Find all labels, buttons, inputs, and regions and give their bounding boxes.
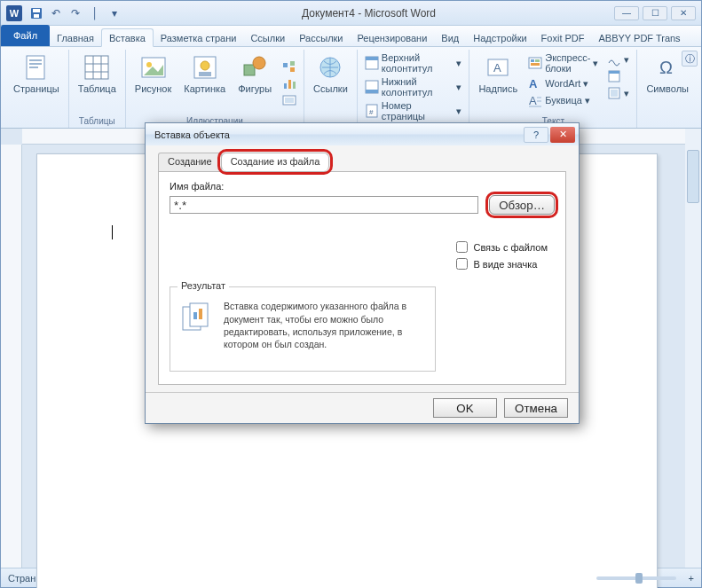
links-button[interactable]: Ссылки: [310, 51, 351, 114]
undo-icon[interactable]: ↶: [47, 4, 65, 22]
browse-button[interactable]: Обзор…: [489, 195, 555, 215]
pages-button[interactable]: Страницы: [10, 51, 63, 114]
tab-layout[interactable]: Разметка страни: [154, 29, 244, 46]
tab-home[interactable]: Главная: [50, 29, 101, 46]
pageno-button[interactable]: #Номер страницы ▾: [363, 99, 464, 122]
ok-button[interactable]: OK: [433, 398, 497, 418]
textbox-button[interactable]: A Надпись: [475, 51, 521, 114]
svg-rect-39: [531, 63, 540, 66]
svg-rect-38: [535, 59, 540, 62]
svg-point-18: [253, 57, 265, 69]
signature-icon: [607, 52, 621, 67]
link-checkbox-label: Связь с файлом: [473, 242, 548, 253]
omega-icon: Ω: [653, 53, 682, 82]
textbox-label: Надпись: [478, 83, 517, 94]
header-button[interactable]: Верхний колонтитул ▾: [363, 51, 464, 74]
smartart-button[interactable]: [280, 59, 298, 74]
dialog-close-button[interactable]: ✕: [550, 127, 575, 143]
svg-text:Ω: Ω: [659, 58, 673, 77]
svg-rect-5: [29, 63, 42, 65]
header-icon: [365, 56, 379, 70]
tab-references[interactable]: Ссылки: [243, 29, 292, 46]
group-tables: Таблица Таблицы: [69, 50, 126, 128]
cancel-button[interactable]: Отмена: [504, 398, 568, 418]
tab-view[interactable]: Вид: [434, 29, 466, 46]
save-icon[interactable]: [28, 4, 45, 22]
tab-addins[interactable]: Надстройки: [466, 29, 533, 46]
quick-access-toolbar: ↶ ↷ │ ▾: [28, 4, 123, 22]
tab-review[interactable]: Рецензировани: [351, 29, 435, 46]
svg-rect-37: [531, 59, 534, 62]
ruler-vertical[interactable]: [1, 145, 22, 568]
qat-customize-icon[interactable]: ▾: [106, 4, 123, 22]
scroll-thumb[interactable]: [687, 150, 699, 203]
pageno-icon: #: [365, 104, 379, 118]
dropcap-icon: A: [528, 93, 542, 107]
zoom-thumb[interactable]: [635, 573, 643, 584]
footer-label: Нижний колонтитул: [382, 76, 454, 98]
chevron-down-icon: ▾: [456, 106, 461, 117]
quickparts-button[interactable]: Экспресс-блоки ▾: [526, 51, 600, 74]
filename-input[interactable]: [170, 196, 478, 214]
result-panel: Результат Вставка содержимого указанного…: [170, 286, 436, 372]
table-button[interactable]: Таблица: [75, 51, 120, 114]
dialog-tabs: Создание Создание из файла: [158, 153, 566, 172]
footer-icon: [365, 80, 379, 94]
svg-rect-22: [284, 83, 287, 89]
shapes-icon: [241, 53, 269, 82]
pages-label: Страницы: [13, 83, 59, 94]
wordart-button[interactable]: AWordArt ▾: [526, 75, 600, 91]
dialog-help-button[interactable]: ?: [524, 127, 548, 143]
file-tab[interactable]: Файл: [1, 25, 50, 46]
svg-text:#: #: [369, 108, 374, 116]
signature-button[interactable]: ▾: [605, 51, 631, 67]
footer-button[interactable]: Нижний колонтитул ▾: [363, 75, 464, 98]
zoom-slider[interactable]: [596, 576, 676, 580]
svg-rect-52: [193, 312, 197, 319]
object-button[interactable]: ▾: [605, 85, 631, 101]
zoom-plus[interactable]: +: [689, 573, 694, 584]
svg-point-13: [146, 62, 152, 67]
shapes-label: Фигуры: [238, 83, 272, 94]
dialog-titlebar[interactable]: Вставка объекта ? ✕: [146, 123, 579, 145]
tab-abbyy[interactable]: ABBYY PDF Trans: [592, 29, 688, 46]
tab-foxit[interactable]: Foxit PDF: [534, 29, 592, 46]
screenshot-button[interactable]: [280, 92, 298, 108]
scrollbar-vertical[interactable]: [685, 129, 701, 568]
textbox-icon: A: [484, 53, 512, 82]
svg-rect-26: [285, 98, 294, 103]
ribbon-tabs: Файл Главная Вставка Разметка страни Ссы…: [1, 26, 701, 47]
tab-create-from-file[interactable]: Создание из файла: [221, 153, 330, 171]
header-label: Верхний колонтитул: [382, 52, 454, 74]
svg-rect-16: [199, 72, 211, 76]
close-button[interactable]: ✕: [671, 6, 696, 20]
dialog-content: Имя файла: Обзор… Связь с файлом В виде …: [158, 172, 566, 385]
table-label: Таблица: [78, 83, 116, 94]
shapes-button[interactable]: Фигуры: [234, 51, 275, 114]
filename-label: Имя файла:: [170, 181, 555, 192]
svg-rect-31: [366, 90, 378, 93]
as-icon-checkbox[interactable]: В виде значка: [456, 258, 548, 270]
ribbon-help-icon[interactable]: ⓘ: [682, 51, 698, 67]
clipart-button[interactable]: Картинка: [180, 51, 229, 114]
wordart-label: WordArt: [545, 78, 580, 89]
redo-icon[interactable]: ↷: [67, 4, 84, 22]
group-symbols-label: [667, 114, 669, 128]
svg-rect-20: [290, 61, 295, 66]
title-bar: W ↶ ↷ │ ▾ Документ4 - Microsoft Word — ☐…: [1, 1, 701, 26]
dialog-body: Создание Создание из файла Имя файла: Об…: [146, 145, 579, 392]
minimize-button[interactable]: —: [614, 6, 639, 20]
tab-mailings[interactable]: Рассылки: [292, 29, 350, 46]
picture-button[interactable]: Рисунок: [131, 51, 176, 114]
tab-insert[interactable]: Вставка: [101, 28, 154, 47]
result-icon: [179, 300, 215, 335]
link-checkbox[interactable]: Связь с файлом: [456, 241, 548, 253]
text-caret: [112, 225, 113, 239]
maximize-button[interactable]: ☐: [643, 6, 667, 20]
chart-button[interactable]: [280, 75, 298, 91]
clipart-icon: [191, 53, 219, 82]
dropcap-button[interactable]: AБуквица ▾: [526, 92, 600, 108]
tab-create-new[interactable]: Создание: [158, 153, 222, 171]
clipart-label: Картинка: [184, 83, 225, 94]
datetime-button[interactable]: [605, 68, 631, 84]
